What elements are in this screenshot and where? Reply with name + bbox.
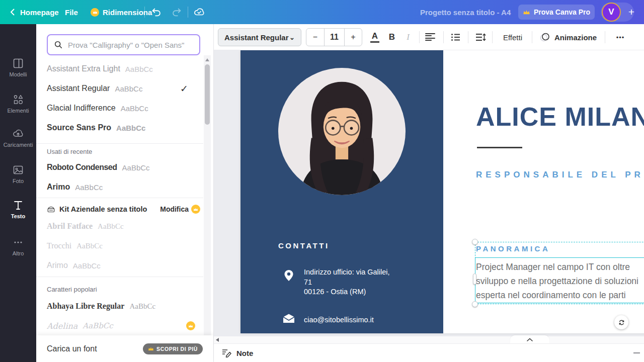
italic-button[interactable]: I: [402, 30, 414, 44]
text-align-button[interactable]: [425, 30, 437, 44]
brand-kit-icon: [47, 206, 55, 213]
section-divider: [36, 143, 203, 144]
contacts-header[interactable]: CONTATTI: [278, 241, 330, 250]
color-swatch: [370, 41, 379, 43]
homepage-button[interactable]: Homepage: [20, 0, 59, 24]
recent-fonts-header: Usati di recente: [47, 148, 92, 155]
cloud-check-icon: [193, 6, 205, 18]
font-item[interactable]: Glacial IndifferenceAaBbCc: [47, 101, 148, 116]
textbox-selection-outline: [475, 257, 644, 303]
brand-kit-row: Kit Aziendale senza titolo Modifica: [47, 203, 200, 215]
font-item-locked[interactable]: ArimoAaBbCc: [47, 258, 101, 273]
font-size-stepper: − 11 +: [306, 28, 362, 46]
font-search-box: [47, 34, 200, 55]
save-status-button[interactable]: [193, 0, 205, 24]
sidebar-item-testo[interactable]: Testo: [0, 199, 36, 219]
toolbar-separator: [419, 31, 420, 43]
font-item-pro[interactable]: AdelinaAaBbCc: [47, 318, 113, 333]
font-item-locked[interactable]: Abril FatfaceAaBbCc: [47, 219, 124, 234]
font-item[interactable]: Abhaya Libre RegularAaBbCc: [47, 299, 155, 314]
uploads-icon: [12, 128, 24, 140]
upload-font-button[interactable]: Carica un font: [47, 344, 97, 353]
font-search-input[interactable]: [68, 41, 193, 49]
design-page[interactable]: CONTATTI Indirizzo ufficio: via Galilei,…: [240, 50, 644, 333]
text-color-button[interactable]: A: [368, 30, 382, 44]
resize-handle-bottom-left[interactable]: [472, 301, 478, 307]
undo-icon: [151, 7, 162, 18]
section-divider: [36, 198, 203, 198]
crown-icon: [91, 8, 99, 17]
collapse-notes-tab[interactable]: [510, 335, 549, 343]
resize-button[interactable]: Ridimensiona: [91, 0, 152, 24]
font-panel-footer: Carica un font SCOPRI DI PIÙ: [36, 335, 213, 362]
sidebar-item-elementi[interactable]: Elementi: [0, 94, 36, 114]
back-button[interactable]: [8, 0, 17, 24]
document-title[interactable]: Progetto senza titolo - A4: [420, 0, 511, 24]
sidebar-item-caricamenti[interactable]: Caricamenti: [0, 128, 36, 148]
spacing-button[interactable]: [473, 30, 488, 44]
chevron-left-icon: [8, 8, 17, 17]
font-item-locked[interactable]: TrocchiAaBbCc: [47, 238, 103, 253]
crown-icon: [523, 9, 530, 16]
font-item[interactable]: Source Sans ProAaBbCc: [47, 120, 145, 135]
undo-button[interactable]: [151, 0, 162, 24]
avatar[interactable]: V: [602, 3, 621, 22]
bullet-list-icon: [451, 33, 461, 42]
toolbar-separator: [492, 31, 493, 43]
bold-button[interactable]: B: [386, 30, 398, 44]
resize-handle-left[interactable]: [473, 274, 476, 285]
font-family-dropdown[interactable]: Assistant Regular ⌄: [218, 28, 301, 46]
templates-icon: [12, 57, 24, 69]
effects-button[interactable]: Effetti: [500, 30, 526, 44]
profile-photo[interactable]: [278, 68, 406, 195]
toolbar-separator: [605, 31, 605, 43]
crown-icon: [148, 346, 154, 351]
resume-name[interactable]: ALICE MILANO: [476, 102, 644, 132]
email-text[interactable]: ciao@sitobellissimo.it: [304, 315, 374, 325]
notes-bar[interactable]: Note: [214, 343, 644, 362]
add-design-button[interactable]: +: [622, 3, 641, 22]
sidebar-item-altro[interactable]: Altro: [0, 236, 36, 256]
rotate-handle[interactable]: [614, 315, 628, 329]
resize-handle-top-left[interactable]: [472, 239, 478, 245]
font-panel-scrollbar[interactable]: [204, 55, 211, 336]
discover-more-button[interactable]: SCOPRI DI PIÙ: [143, 343, 203, 354]
zoom-control-partial[interactable]: [633, 352, 640, 353]
sidebar-item-modelli[interactable]: Modelli: [0, 57, 36, 77]
kit-edit-button[interactable]: Modifica: [160, 205, 200, 214]
top-bar: Homepage File Ridimensiona Progetto senz…: [0, 0, 644, 24]
text-toolbar: Assistant Regular ⌄ − 11 + A B I Effetti: [214, 24, 644, 50]
font-size-value[interactable]: 11: [325, 29, 344, 46]
redo-icon: [171, 7, 182, 18]
sidebar-item-foto[interactable]: Foto: [0, 164, 36, 184]
font-item[interactable]: Roboto CondensedAaBbCc: [47, 160, 150, 175]
chevron-up-icon: [527, 338, 533, 341]
section-divider: [36, 277, 203, 277]
animate-button[interactable]: Animazione: [539, 30, 597, 44]
font-size-increase-button[interactable]: +: [344, 29, 362, 46]
resume-role[interactable]: RESPONSABILE DEL PROGETTO: [476, 170, 644, 180]
file-menu-button[interactable]: File: [65, 0, 78, 24]
font-item[interactable]: ArimoAaBbCc: [47, 179, 103, 195]
scroll-left-arrow[interactable]: [216, 338, 219, 342]
photos-icon: [12, 164, 24, 176]
font-item[interactable]: Assistant Extra LightAaBbCc: [47, 61, 153, 76]
scroll-up-arrow[interactable]: [205, 58, 209, 61]
name-divider[interactable]: [477, 147, 522, 148]
font-item-selected[interactable]: Assistant RegularAaBbCc ✓: [47, 81, 142, 96]
try-canva-pro-button[interactable]: Prova Canva Pro: [518, 5, 595, 20]
crown-icon: [186, 321, 195, 330]
chevron-down-icon: ⌄: [289, 34, 295, 41]
font-size-decrease-button[interactable]: −: [306, 29, 325, 46]
scrollbar-thumb[interactable]: [205, 64, 210, 125]
elements-icon: [12, 94, 24, 106]
more-options-button[interactable]: •••: [610, 30, 630, 44]
toolbar-separator: [532, 31, 532, 43]
redo-button[interactable]: [171, 0, 182, 24]
toolbar-separator: [468, 31, 468, 43]
horizontal-scrollbar[interactable]: [214, 336, 644, 343]
list-button[interactable]: [449, 30, 462, 44]
crown-icon: [191, 205, 200, 214]
address-text[interactable]: Indirizzo ufficio: via Galilei, 71 00126…: [304, 267, 390, 297]
animation-icon: [539, 32, 550, 42]
